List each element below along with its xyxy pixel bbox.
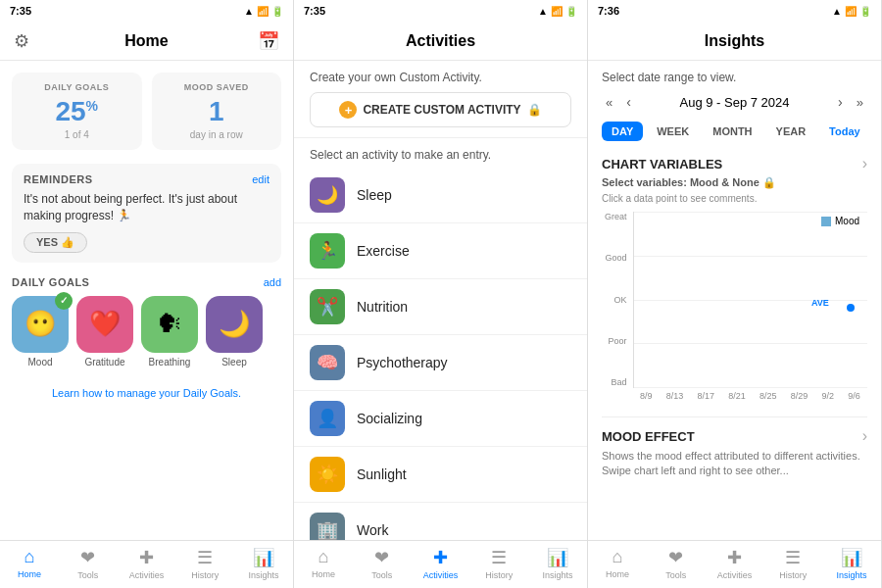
tab-history[interactable]: ☰ History [175, 547, 234, 580]
tab-tools-2[interactable]: ❤ Tools [353, 547, 412, 580]
settings-icon[interactable]: ⚙ [14, 30, 29, 52]
period-year[interactable]: YEAR [766, 122, 816, 141]
grid-line-good [634, 256, 867, 257]
tab-home-3[interactable]: ⌂ Home [588, 547, 647, 580]
tab-insights[interactable]: 📊 Insights [234, 547, 293, 580]
goal-item-breathing[interactable]: 🗣 Breathing [141, 296, 198, 368]
daily-goals-box: DAILY GOALS 25% 1 of 4 [12, 73, 142, 150]
sunlight-activity-name: Sunlight [357, 466, 407, 482]
grid-line-great [634, 212, 867, 213]
daily-goals-percent: 25% [22, 96, 132, 127]
activities-tab-bar: ⌂ Home ❤ Tools ✚ Activities ☰ History 📊 … [294, 540, 587, 588]
activity-nutrition[interactable]: ✂️ Nutrition [294, 279, 587, 335]
create-custom-button[interactable]: + CREATE CUSTOM ACTIVITY 🔒 [310, 92, 571, 127]
y-poor: Poor [605, 336, 627, 346]
reminder-text: It's not about being perfect. It's just … [24, 191, 270, 224]
today-button[interactable]: Today [819, 122, 870, 141]
home-tab-bar: ⌂ Home ❤ Tools ✚ Activities ☰ History 📊 … [0, 540, 293, 588]
insights-content: Select date range to view. « ‹ Aug 9 - S… [588, 61, 881, 540]
x-817: 8/17 [698, 391, 715, 401]
tab-activities-2[interactable]: ✚ Activities [412, 547, 470, 580]
activities-panel: 7:35 ▲ 📶 🔋 Activities Create your own Cu… [294, 0, 588, 588]
tools-tab-label: Tools [77, 570, 98, 580]
tab-tools[interactable]: ❤ Tools [59, 547, 118, 580]
activity-psychotherapy[interactable]: 🧠 Psychotherapy [294, 335, 587, 391]
goals-grid: 😶 ✓ Mood ❤️ Gratitude 🗣 Breathing [12, 296, 281, 368]
y-good: Good [605, 253, 627, 263]
activity-sunlight[interactable]: ☀️ Sunlight [294, 447, 587, 503]
tab-insights-3[interactable]: 📊 Insights [822, 547, 881, 580]
chart-arrow-icon[interactable]: › [862, 155, 867, 172]
home-tab-label-3: Home [606, 569, 629, 579]
tools-tab-label-2: Tools [371, 570, 392, 580]
next-btn[interactable]: › [834, 92, 847, 112]
activities-tab-label: Activities [129, 570, 165, 580]
select-date-label: Select date range to view. [602, 71, 867, 84]
tab-activities-3[interactable]: ✚ Activities [706, 547, 764, 580]
insights-tab-bar: ⌂ Home ❤ Tools ✚ Activities ☰ History 📊 … [588, 540, 881, 588]
create-dot-icon: + [339, 101, 357, 119]
home-tab-icon-2: ⌂ [318, 547, 328, 567]
activity-sleep[interactable]: 🌙 Sleep [294, 168, 587, 223]
tab-insights-2[interactable]: 📊 Insights [528, 547, 587, 580]
home-title: Home [124, 32, 168, 50]
reminders-edit-button[interactable]: edit [252, 173, 270, 185]
tab-history-3[interactable]: ☰ History [763, 547, 822, 580]
activity-list: 🌙 Sleep 🏃 Exercise ✂️ Nutrition 🧠 Psycho… [294, 168, 587, 540]
nutrition-activity-name: Nutrition [357, 299, 408, 315]
psychotherapy-activity-icon: 🧠 [310, 345, 345, 380]
mood-effect-arrow[interactable]: › [862, 427, 867, 445]
status-time-insights: 7:36 [598, 5, 619, 17]
next-next-btn[interactable]: » [853, 93, 867, 112]
period-week[interactable]: WEEK [647, 122, 699, 141]
create-custom-label: CREATE CUSTOM ACTIVITY [363, 103, 520, 117]
home-panel: 7:35 ▲ 📶 🔋 ⚙ Home 📅 DAILY GOALS 25% 1 of… [0, 0, 294, 588]
home-content: DAILY GOALS 25% 1 of 4 MOOD SAVED 1 day … [0, 61, 293, 540]
calendar-icon[interactable]: 📅 [258, 30, 279, 52]
select-activity-text: Select an activity to make an entry. [294, 138, 587, 168]
prev-prev-btn[interactable]: « [602, 93, 616, 112]
learn-link[interactable]: Learn how to manage your Daily Goals. [12, 377, 281, 403]
mood-saved-box: MOOD SAVED 1 day in a row [152, 73, 282, 150]
activity-work[interactable]: 🏢 Work [294, 503, 587, 540]
tab-history-2[interactable]: ☰ History [469, 547, 528, 580]
activity-socializing[interactable]: 👤 Socializing [294, 391, 587, 447]
mood-saved-sub: day in a row [162, 129, 272, 140]
signal-icon-ins: 📶 [845, 6, 857, 17]
gratitude-icon-box: ❤️ [76, 296, 133, 353]
home-tab-icon: ⌂ [24, 547, 34, 567]
activities-title: Activities [406, 32, 475, 50]
goal-item-gratitude[interactable]: ❤️ Gratitude [76, 296, 133, 368]
tab-home-2[interactable]: ⌂ Home [294, 547, 353, 580]
period-month[interactable]: MONTH [703, 122, 761, 141]
sleep-activity-icon: 🌙 [310, 177, 345, 213]
activities-tab-label-3: Activities [717, 570, 753, 580]
legend-label: Mood [835, 216, 859, 226]
chart-variables-header: CHART VARIABLES › [602, 155, 867, 172]
tab-home[interactable]: ⌂ Home [0, 547, 59, 580]
mood-effect-header: MOOD EFFECT › [602, 427, 867, 445]
tab-tools-3[interactable]: ❤ Tools [647, 547, 706, 580]
create-custom-desc: Create your own Custom Activity. [310, 71, 571, 84]
create-custom-banner: Create your own Custom Activity. + CREAT… [294, 61, 587, 138]
home-tab-label: Home [18, 569, 41, 579]
insights-tab-label: Insights [249, 570, 279, 580]
goal-item-sleep[interactable]: 🌙 Sleep [206, 296, 263, 368]
insights-tab-label-2: Insights [543, 570, 573, 580]
period-day[interactable]: DAY [602, 122, 643, 141]
add-goal-button[interactable]: add [264, 276, 281, 288]
chart-vars-values: Mood & None 🔒 [690, 176, 776, 188]
goal-item-mood[interactable]: 😶 ✓ Mood [12, 296, 69, 368]
chart-data-dot[interactable] [847, 304, 855, 312]
x-89: 8/9 [640, 391, 653, 401]
prev-btn[interactable]: ‹ [622, 92, 635, 112]
activities-content: Create your own Custom Activity. + CREAT… [294, 61, 587, 540]
socializing-activity-icon: 👤 [310, 401, 345, 436]
activity-exercise[interactable]: 🏃 Exercise [294, 223, 587, 279]
legend-dot [821, 217, 831, 226]
history-tab-label-2: History [485, 570, 513, 580]
exercise-activity-name: Exercise [357, 243, 410, 259]
yes-button[interactable]: YES 👍 [24, 232, 87, 253]
daily-goals-section-title: DAILY GOALS [12, 276, 89, 288]
tab-activities[interactable]: ✚ Activities [118, 547, 176, 580]
